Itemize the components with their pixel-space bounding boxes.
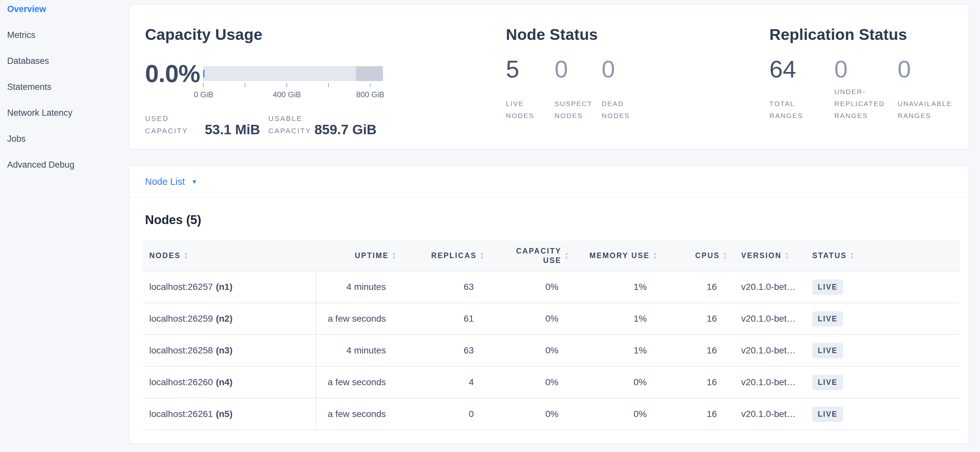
axis-tick-0: [203, 83, 204, 87]
capacity-use-cell: 0%: [485, 335, 570, 366]
header-replicas[interactable]: REPLICAS ▲▼: [397, 251, 485, 260]
node-list-dropdown[interactable]: Node List ▼: [145, 176, 197, 187]
node-address: localhost:26261: [149, 409, 213, 419]
capacity-bar: [203, 66, 383, 81]
status-badge: LIVE: [812, 375, 843, 390]
capacity-used-percent: 0.0%: [145, 59, 200, 87]
header-capacity-use-label: CAPACITY USE: [515, 246, 562, 265]
table-row-n3: localhost:26258 (n3) 4 minutes 63 0% 1% …: [142, 334, 960, 366]
node-id: (n4): [216, 377, 232, 387]
view-selector-row: Node List ▼: [129, 167, 969, 197]
replicas-cell: 4: [397, 367, 485, 398]
axis-tick-200: [245, 83, 245, 87]
status-cell: LIVE: [808, 398, 960, 430]
sort-icon: ▲▼: [480, 252, 485, 259]
header-nodes-label: NODES: [149, 251, 181, 260]
node-address: localhost:26258: [149, 345, 213, 356]
axis-label-400: 400 GiB: [273, 90, 301, 99]
suspect-nodes-stat: 0 SUSPECT NODES: [555, 56, 601, 122]
used-capacity-label: USED CAPACITY: [145, 113, 205, 137]
sort-icon: ▲▼: [785, 252, 790, 259]
node-status-stats: 5 LIVE NODES 0 SUSPECT NODES 0 DEAD NODE…: [506, 56, 657, 122]
nodes-table-header: NODES ▲▼ UPTIME ▲▼ REPLICAS ▲▼ CAPACITY …: [142, 241, 960, 271]
header-version[interactable]: VERSION ▲▼: [728, 251, 808, 260]
header-memory-use[interactable]: MEMORY USE ▲▼: [570, 251, 658, 260]
unavailable-ranges-stat: 0 UNAVAILABLE RANGES: [897, 56, 969, 122]
replicas-cell: 63: [397, 335, 485, 366]
capacity-summary: USED CAPACITY 53.1 MiB USABLE CAPACITY 8…: [145, 113, 376, 137]
status-cell: LIVE: [808, 367, 960, 398]
replicas-cell: 0: [397, 398, 485, 430]
total-ranges-stat: 64 TOTAL RANGES: [769, 56, 834, 122]
replicas-cell: 61: [397, 303, 485, 334]
node-id: (n1): [216, 282, 232, 292]
node-address-cell[interactable]: localhost:26259 (n2): [142, 303, 316, 334]
header-uptime[interactable]: UPTIME ▲▼: [316, 251, 397, 260]
sort-icon: ▲▼: [565, 252, 570, 259]
status-cell: LIVE: [808, 303, 960, 334]
header-capacity-use[interactable]: CAPACITY USE ▲▼: [485, 246, 570, 265]
sidebar-item-network-latency[interactable]: Network Latency: [0, 100, 129, 126]
sort-icon: ▲▼: [723, 252, 728, 259]
uptime-cell: a few seconds: [316, 398, 397, 430]
uptime-cell: a few seconds: [316, 303, 397, 334]
memory-use-cell: 0%: [570, 398, 658, 430]
sort-icon: ▲▼: [653, 252, 658, 259]
header-version-label: VERSION: [741, 251, 782, 260]
status-cell: LIVE: [808, 335, 960, 366]
header-cpus[interactable]: CPUS ▲▼: [658, 251, 728, 260]
usable-capacity-label: USABLE CAPACITY: [268, 113, 315, 137]
status-cell: LIVE: [808, 271, 960, 303]
axis-label-800: 800 GiB: [356, 90, 385, 99]
capacity-bar-chart: 0 GiB 400 GiB 800 GiB: [203, 66, 398, 81]
capacity-use-cell: 0%: [485, 303, 570, 334]
table-row-n5: localhost:26261 (n5) a few seconds 0 0% …: [142, 398, 960, 430]
nodes-card: Node List ▼ Nodes (5) NODES ▲▼ UPTIME ▲▼…: [129, 166, 969, 444]
node-address: localhost:26260: [149, 377, 213, 387]
sidebar-item-metrics[interactable]: Metrics: [0, 22, 129, 48]
capacity-use-cell: 0%: [485, 271, 570, 303]
header-status[interactable]: STATUS ▲▼: [808, 251, 960, 260]
node-status-title: Node Status: [506, 25, 598, 43]
sidebar-item-jobs[interactable]: Jobs: [0, 126, 129, 152]
sort-icon: ▲▼: [392, 252, 397, 259]
capacity-used-marker: [203, 70, 204, 78]
node-id: (n2): [216, 314, 232, 324]
node-address-cell[interactable]: localhost:26257 (n1): [142, 271, 316, 303]
unavailable-ranges-value: 0: [897, 56, 969, 83]
header-nodes[interactable]: NODES ▲▼: [142, 251, 316, 260]
cpus-cell: 16: [658, 303, 728, 334]
uptime-cell: a few seconds: [316, 367, 397, 398]
suspect-nodes-label: SUSPECT NODES: [555, 98, 601, 122]
sidebar-item-advanced-debug[interactable]: Advanced Debug: [0, 152, 129, 178]
version-cell: v20.1.0-bet…: [728, 271, 808, 303]
sidebar-item-overview[interactable]: Overview: [0, 0, 129, 22]
sidebar: Overview Metrics Databases Statements Ne…: [0, 0, 129, 452]
node-address: localhost:26259: [149, 314, 213, 324]
memory-use-cell: 0%: [570, 367, 658, 398]
suspect-nodes-value: 0: [555, 56, 601, 83]
node-address: localhost:26257: [149, 282, 213, 292]
under-replicated-ranges-value: 0: [834, 56, 897, 83]
cpus-cell: 16: [658, 271, 728, 303]
cpus-cell: 16: [658, 398, 728, 430]
node-address-cell[interactable]: localhost:26261 (n5): [142, 398, 316, 430]
table-row-n2: localhost:26259 (n2) a few seconds 61 0%…: [142, 303, 960, 334]
live-nodes-stat: 5 LIVE NODES: [506, 56, 555, 122]
node-id: (n3): [216, 345, 232, 356]
sidebar-item-statements[interactable]: Statements: [0, 74, 129, 100]
table-row-n4: localhost:26260 (n4) a few seconds 4 0% …: [142, 366, 960, 398]
nodes-table: NODES ▲▼ UPTIME ▲▼ REPLICAS ▲▼ CAPACITY …: [142, 241, 960, 430]
version-cell: v20.1.0-bet…: [728, 303, 808, 334]
sort-icon: ▲▼: [184, 252, 189, 259]
node-address-cell[interactable]: localhost:26258 (n3): [142, 335, 316, 366]
status-badge: LIVE: [812, 279, 843, 295]
node-address-cell[interactable]: localhost:26260 (n4): [142, 367, 316, 398]
total-ranges-label: TOTAL RANGES: [769, 98, 834, 122]
memory-use-cell: 1%: [570, 303, 658, 334]
live-nodes-value: 5: [506, 56, 555, 83]
header-replicas-label: REPLICAS: [431, 251, 477, 260]
uptime-cell: 4 minutes: [316, 335, 397, 366]
version-cell: v20.1.0-bet…: [728, 367, 808, 398]
sidebar-item-databases[interactable]: Databases: [0, 48, 129, 74]
